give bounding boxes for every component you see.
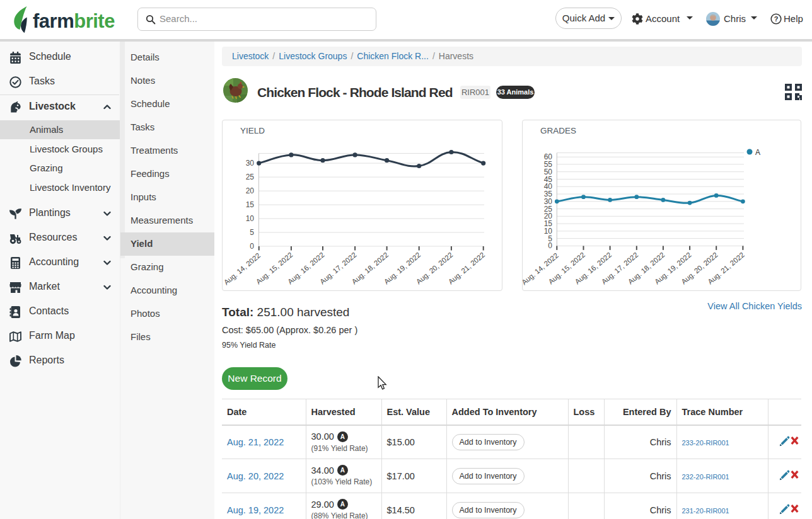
- svg-text:0: 0: [250, 242, 254, 251]
- svg-text:25: 25: [246, 173, 255, 181]
- svg-text:A: A: [755, 148, 760, 157]
- svg-text:10: 10: [246, 214, 255, 223]
- svg-text:?: ?: [774, 15, 779, 23]
- svg-text:15: 15: [246, 200, 255, 209]
- svg-text:5: 5: [250, 228, 254, 237]
- svg-text:60: 60: [544, 152, 553, 161]
- svg-text:30: 30: [246, 159, 255, 168]
- svg-text:20: 20: [246, 186, 255, 195]
